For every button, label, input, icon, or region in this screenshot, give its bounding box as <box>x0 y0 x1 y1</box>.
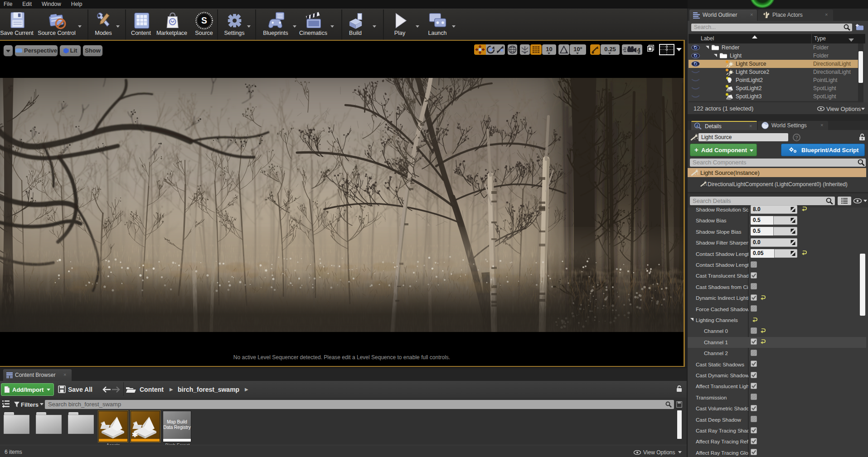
svg-text:?: ? <box>795 135 798 140</box>
svg-text:S: S <box>201 16 207 25</box>
svg-text:4: 4 <box>637 47 640 53</box>
